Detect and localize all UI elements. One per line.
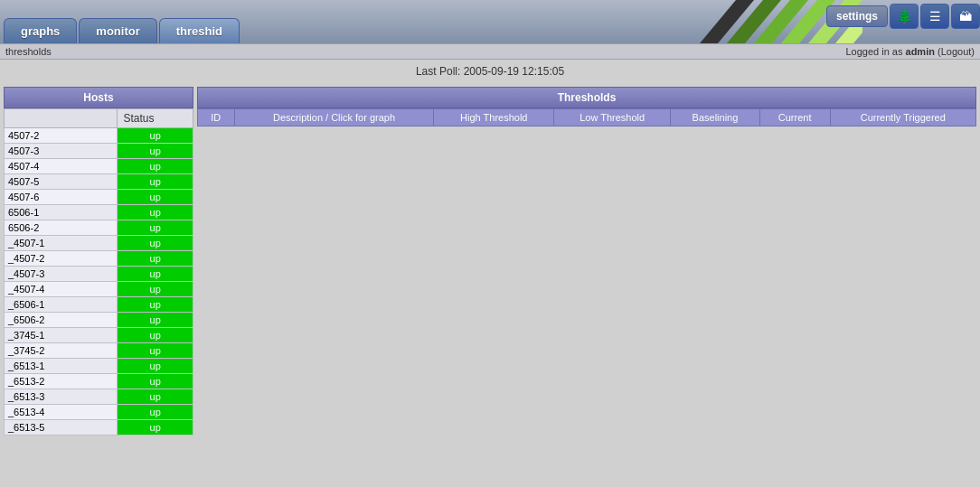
- host-name: _6513-5: [5, 420, 118, 435]
- col-currently_triggered: Currently Triggered: [830, 109, 975, 126]
- col-baselining: Baselining: [671, 109, 759, 126]
- host-name: _6506-2: [5, 313, 118, 328]
- table-row[interactable]: _6513-1up: [5, 359, 193, 374]
- table-row[interactable]: 6506-1up: [5, 205, 193, 220]
- table-row[interactable]: _4507-3up: [5, 267, 193, 282]
- tree-icon-button[interactable]: 🌲: [890, 4, 919, 29]
- host-status: up: [118, 374, 193, 389]
- host-name: _4507-4: [5, 282, 118, 297]
- host-status: up: [118, 144, 193, 159]
- menu-icon-button[interactable]: ☰: [920, 4, 949, 29]
- thresholds-panel: Thresholds IDDescription / Click for gra…: [197, 87, 976, 435]
- hosts-col-status: Status: [118, 109, 193, 128]
- table-row[interactable]: _3745-1up: [5, 328, 193, 343]
- host-name: _4507-1: [5, 236, 118, 251]
- username: admin: [906, 46, 935, 57]
- thresholds-header: Thresholds: [197, 87, 976, 108]
- table-row[interactable]: 4507-3up: [5, 144, 193, 159]
- host-status: up: [118, 389, 193, 405]
- table-row[interactable]: 4507-2up: [5, 128, 193, 144]
- host-status: up: [118, 236, 193, 251]
- hosts-header: Hosts: [4, 87, 193, 108]
- table-row[interactable]: 4507-4up: [5, 159, 193, 174]
- host-status: up: [118, 205, 193, 220]
- page-name: thresholds: [5, 46, 52, 57]
- hosts-table: Status 4507-2up4507-3up4507-4up4507-5up4…: [4, 108, 193, 435]
- poll-info: Last Poll: 2005-09-19 12:15:05: [0, 60, 980, 83]
- host-status: up: [118, 313, 193, 328]
- host-status: up: [118, 128, 193, 144]
- settings-button[interactable]: settings: [826, 5, 888, 27]
- host-status: up: [118, 251, 193, 267]
- table-row[interactable]: 6506-2up: [5, 220, 193, 236]
- host-status: up: [118, 297, 193, 313]
- host-status: up: [118, 220, 193, 236]
- host-name: _4507-3: [5, 267, 118, 282]
- hosts-tbody: 4507-2up4507-3up4507-4up4507-5up4507-6up…: [5, 128, 193, 435]
- host-name: 6506-2: [5, 220, 118, 236]
- thresholds-table: IDDescription / Click for graphHigh Thre…: [197, 108, 976, 126]
- table-row[interactable]: _3745-2up: [5, 343, 193, 359]
- host-name: 4507-6: [5, 190, 118, 205]
- table-row[interactable]: _4507-1up: [5, 236, 193, 251]
- tab-graphs[interactable]: graphs: [4, 18, 77, 43]
- table-row[interactable]: _6513-3up: [5, 389, 193, 405]
- host-name: 4507-5: [5, 174, 118, 190]
- host-name: 6506-1: [5, 205, 118, 220]
- chart-icon-button[interactable]: 🏔: [951, 4, 980, 29]
- host-name: _6513-2: [5, 374, 118, 389]
- top-nav: graphs monitor threshid settings 🌲 ☰ 🏔: [0, 0, 980, 43]
- host-name: _3745-2: [5, 343, 118, 359]
- host-status: up: [118, 405, 193, 420]
- host-status: up: [118, 282, 193, 297]
- login-info: Logged in as admin (Logout): [845, 46, 975, 57]
- host-name: _6513-4: [5, 405, 118, 420]
- table-row[interactable]: _6513-2up: [5, 374, 193, 389]
- host-status: up: [118, 267, 193, 282]
- table-row[interactable]: _4507-2up: [5, 251, 193, 267]
- hosts-col-name: [5, 109, 118, 128]
- host-name: _6513-1: [5, 359, 118, 374]
- col-id: ID: [198, 109, 235, 126]
- table-row[interactable]: _6513-4up: [5, 405, 193, 420]
- host-status: up: [118, 190, 193, 205]
- host-name: _6506-1: [5, 297, 118, 313]
- col-low_threshold: Low Threshold: [554, 109, 671, 126]
- tab-monitor[interactable]: monitor: [79, 18, 156, 43]
- table-row[interactable]: _6513-5up: [5, 420, 193, 435]
- host-name: 4507-4: [5, 159, 118, 174]
- table-row[interactable]: _6506-2up: [5, 313, 193, 328]
- status-bar: thresholds Logged in as admin (Logout): [0, 43, 980, 60]
- table-row[interactable]: 4507-5up: [5, 174, 193, 190]
- nav-right: settings 🌲 ☰ 🏔: [826, 4, 980, 29]
- host-status: up: [118, 174, 193, 190]
- host-status: up: [118, 343, 193, 359]
- main-content: Hosts Status 4507-2up4507-3up4507-4up450…: [0, 83, 980, 439]
- table-row[interactable]: _4507-4up: [5, 282, 193, 297]
- host-name: _3745-1: [5, 328, 118, 343]
- host-name: _6513-3: [5, 389, 118, 405]
- table-row[interactable]: 4507-6up: [5, 190, 193, 205]
- tab-threshid[interactable]: threshid: [159, 18, 240, 43]
- col-current: Current: [759, 109, 830, 126]
- hosts-panel: Hosts Status 4507-2up4507-3up4507-4up450…: [4, 87, 193, 435]
- host-status: up: [118, 420, 193, 435]
- host-name: 4507-3: [5, 144, 118, 159]
- logout-link[interactable]: Logout: [941, 46, 972, 57]
- col-high_threshold: High Threshold: [434, 109, 554, 126]
- host-name: _4507-2: [5, 251, 118, 267]
- table-row[interactable]: _6506-1up: [5, 297, 193, 313]
- host-status: up: [118, 359, 193, 374]
- nav-tabs: graphs monitor threshid: [4, 18, 241, 43]
- host-status: up: [118, 328, 193, 343]
- thresholds-header-row: IDDescription / Click for graphHigh Thre…: [198, 109, 976, 126]
- col-description: Description / Click for graph: [234, 109, 434, 126]
- host-status: up: [118, 159, 193, 174]
- host-name: 4507-2: [5, 128, 118, 144]
